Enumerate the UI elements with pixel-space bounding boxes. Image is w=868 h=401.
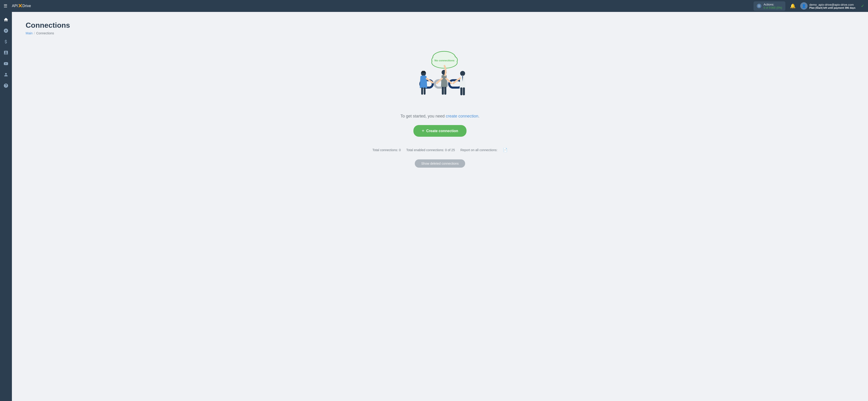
- bell-icon[interactable]: 🔔: [790, 3, 796, 9]
- svg-rect-14: [424, 87, 426, 95]
- sidebar: [0, 12, 12, 401]
- logo: API✕Drive: [12, 3, 31, 9]
- get-started-text: To get started, you need create connecti…: [400, 114, 479, 119]
- plus-icon: +: [422, 128, 424, 134]
- stats-row: Total connections: 0 Total enabled conne…: [372, 148, 507, 152]
- svg-point-18: [460, 71, 465, 76]
- breadcrumb-main[interactable]: Main: [26, 31, 32, 35]
- check-icon: ✓: [861, 3, 864, 8]
- avatar-icon: 👤: [802, 4, 806, 8]
- breadcrumb: Main / Connections: [26, 31, 854, 35]
- report-label: Report on all connections:: [460, 148, 497, 152]
- sidebar-item-profile[interactable]: [1, 69, 11, 80]
- svg-text:No connections: No connections: [434, 59, 455, 62]
- total-enabled-connections: Total enabled connections: 0 of 25: [406, 148, 455, 152]
- actions-text: Actions: 0 of 5'000 (0%): [764, 3, 782, 9]
- illustration-area: No connections: [26, 44, 854, 168]
- total-connections: Total connections: 0: [372, 148, 401, 152]
- actions-count: 0 of 5'000 (0%): [764, 6, 782, 9]
- sidebar-item-billing[interactable]: [1, 37, 11, 47]
- report-icon[interactable]: 📄: [503, 148, 507, 152]
- sidebar-item-help[interactable]: [1, 81, 11, 91]
- svg-rect-16: [442, 87, 444, 94]
- menu-icon[interactable]: ☰: [4, 3, 7, 8]
- create-connection-label: Create connection: [426, 129, 458, 133]
- user-menu[interactable]: 👤 demo_apix-drive@apix-drive.com Plan |S…: [800, 2, 856, 10]
- sidebar-item-youtube[interactable]: [1, 59, 11, 69]
- show-deleted-button[interactable]: Show deleted connections: [415, 160, 465, 168]
- breadcrumb-separator: /: [34, 31, 35, 35]
- svg-rect-13: [421, 87, 423, 95]
- svg-rect-19: [460, 87, 462, 95]
- svg-rect-20: [463, 87, 465, 95]
- svg-rect-17: [444, 87, 446, 94]
- logo-x: ✕: [18, 3, 23, 9]
- breadcrumb-current: Connections: [36, 31, 54, 35]
- actions-label: Actions:: [764, 3, 782, 6]
- illustration-svg: No connections: [399, 49, 481, 108]
- logo-drive: Drive: [23, 4, 31, 8]
- sidebar-item-tasks[interactable]: [1, 48, 11, 58]
- main-content: Connections Main / Connections No connec…: [12, 12, 868, 401]
- sidebar-item-home[interactable]: [1, 15, 11, 25]
- user-avatar: 👤: [800, 2, 808, 10]
- user-email: demo_apix-drive@apix-drive.com: [809, 3, 856, 6]
- user-plan: Plan |Start| left until payment 396 days: [809, 6, 856, 9]
- create-connection-button[interactable]: + Create connection: [413, 125, 466, 137]
- create-connection-link[interactable]: create connection: [446, 114, 478, 118]
- info-icon: i: [757, 4, 761, 8]
- topbar: ☰ API✕Drive i Actions: 0 of 5'000 (0%) 🔔…: [0, 0, 868, 12]
- sidebar-item-connections[interactable]: [1, 26, 11, 36]
- layout: Connections Main / Connections No connec…: [0, 12, 868, 401]
- actions-widget[interactable]: i Actions: 0 of 5'000 (0%): [753, 1, 785, 11]
- page-title: Connections: [26, 21, 854, 30]
- logo-api: API: [12, 4, 18, 8]
- user-info: demo_apix-drive@apix-drive.com Plan |Sta…: [809, 3, 856, 9]
